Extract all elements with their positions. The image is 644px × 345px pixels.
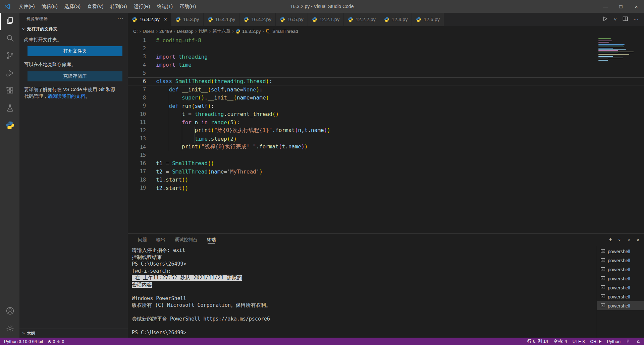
tab-12.6.py[interactable]: 12.6.py — [412, 13, 444, 26]
code-line[interactable]: 7 def __init__(self,name=None): — [128, 85, 644, 94]
editor-more-actions-button[interactable]: ··· — [633, 16, 639, 22]
status-item-3[interactable]: CRLF — [590, 339, 602, 344]
close-panel-icon[interactable]: × — [636, 237, 639, 243]
run-python-file-button[interactable] — [602, 15, 608, 23]
run-dropdown-icon[interactable]: > — [613, 17, 618, 21]
sidebar-more-icon[interactable]: ··· — [117, 16, 124, 22]
terminal-list-item[interactable]: powershell — [597, 301, 644, 310]
tab-16.3.py[interactable]: 16.3.py — [171, 13, 204, 26]
status-item-1[interactable]: 空格: 4 — [553, 338, 567, 344]
tab-16.4.2.py[interactable]: 16.4.2.py — [239, 13, 276, 26]
beaker-icon — [6, 104, 14, 114]
code-line[interactable]: 1# coding=utf-8 — [128, 36, 644, 45]
menu-item-0[interactable]: 文件(F) — [15, 0, 38, 13]
activity-extensions[interactable] — [0, 82, 19, 100]
open-folder-button[interactable]: 打开文件夹 — [28, 46, 122, 56]
terminal-highlighted-text: 会话内容 — [132, 282, 152, 288]
panel-tab-调试控制台[interactable]: 调试控制台 — [175, 233, 198, 246]
breadcrumb-item[interactable]: Users — [143, 29, 154, 34]
menu-item-6[interactable]: 终端(T) — [154, 0, 176, 13]
panel-tab-问题[interactable]: 问题 — [138, 233, 147, 246]
tab-12.2.2.py[interactable]: 12.2.2.py — [344, 13, 380, 26]
tab-12.2.1.py[interactable]: 12.2.1.py — [308, 13, 344, 26]
close-button[interactable]: × — [629, 0, 644, 13]
terminal-dropdown-icon[interactable]: > — [618, 238, 622, 242]
code-line[interactable]: 13 time.sleep(2) — [128, 135, 644, 143]
maximize-button[interactable]: □ — [613, 0, 629, 13]
line-number: 11 — [128, 119, 146, 125]
code-line[interactable]: 16t1 = SmallThread() — [128, 159, 644, 168]
menu-item-1[interactable]: 编辑(E) — [38, 0, 61, 13]
code-line[interactable]: 10 t = threading.current_thread() — [128, 110, 644, 119]
terminal-highlighted-text: 在 上午11:27:52 处从 2021/11/21 还原的 — [132, 275, 242, 281]
code-line[interactable]: 6class SmallThread(threading.Thread): — [128, 77, 644, 86]
line-number: 1 — [128, 37, 146, 43]
activity-search[interactable] — [0, 30, 19, 48]
activity-testing[interactable] — [0, 100, 19, 117]
menu-item-7[interactable]: 帮助(H) — [176, 0, 199, 13]
terminal-list-item[interactable]: powershell — [597, 283, 644, 292]
code-line[interactable]: 4import time — [128, 61, 644, 69]
close-tab-icon[interactable]: × — [164, 16, 167, 22]
tab-16.4.1.py[interactable]: 16.4.1.py — [204, 13, 240, 26]
activity-explorer[interactable] — [0, 13, 19, 30]
breadcrumb-file[interactable]: 16.3.2.py — [242, 29, 261, 34]
code-line[interactable]: 15 — [128, 151, 644, 159]
panel-tab-输出[interactable]: 输出 — [156, 233, 165, 246]
activity-run-debug[interactable] — [0, 65, 19, 82]
code-line[interactable]: 2 — [128, 45, 644, 53]
tab-16.3.2.py[interactable]: 16.3.2.py× — [128, 13, 171, 26]
breadcrumb-item[interactable]: 代码 — [199, 28, 208, 34]
code-line[interactable]: 17t2 = SmallThread(name='MyThread') — [128, 167, 644, 176]
code-line[interactable]: 19t2.start() — [128, 184, 644, 192]
status-item-2[interactable]: UTF-8 — [573, 339, 585, 344]
code-line[interactable]: 11 for n in range(5): — [128, 118, 644, 127]
breadcrumb-item[interactable]: 第十六章 — [212, 28, 230, 34]
read-docs-link[interactable]: 请阅读我们的文档 — [48, 93, 85, 99]
breadcrumb-item[interactable]: Desktop — [177, 29, 194, 34]
code-editor[interactable]: 1# coding=utf-823import threading4import… — [128, 36, 644, 233]
code-line[interactable]: 5 — [128, 69, 644, 77]
activity-settings[interactable] — [0, 320, 19, 338]
code-line[interactable]: 3import threading — [128, 53, 644, 61]
menu-item-4[interactable]: 转到(G) — [107, 0, 130, 13]
menu-item-5[interactable]: 运行(R) — [130, 0, 153, 13]
code-text: super().__init__(name=name) — [156, 94, 269, 101]
code-line[interactable]: 8 super().__init__(name=name) — [128, 94, 644, 102]
terminal-list-item[interactable]: powershell — [597, 256, 644, 265]
activity-source-control[interactable] — [0, 48, 19, 65]
terminal-list-item[interactable]: powershell — [597, 292, 644, 301]
clone-repo-button[interactable]: 克隆存储库 — [28, 71, 122, 81]
editor-tab-bar: 16.3.2.py×16.3.py16.4.1.py16.4.2.py16.5.… — [128, 13, 644, 26]
breadcrumb-item[interactable]: C: — [133, 29, 138, 34]
menu-item-3[interactable]: 查看(V) — [84, 0, 107, 13]
terminal-list-item[interactable]: powershell — [597, 274, 644, 283]
section-no-folder[interactable]: > 无打开的文件夹 — [19, 25, 128, 33]
terminal-list-item[interactable]: powershell — [597, 265, 644, 274]
minimize-button[interactable]: — — [598, 0, 613, 13]
menu-item-2[interactable]: 选择(S) — [61, 0, 84, 13]
status-item-4[interactable]: Python — [607, 339, 621, 344]
activity-accounts[interactable] — [0, 303, 19, 320]
new-terminal-button[interactable]: + — [608, 236, 612, 244]
tab-16.5.py[interactable]: 16.5.py — [276, 13, 308, 26]
problems-item[interactable]: ⊗0 ⚠0 — [48, 339, 64, 344]
maximize-panel-icon[interactable]: > — [627, 238, 631, 242]
code-line[interactable]: 12 print("第{0}次执行线程{1}".format(n,t.name)… — [128, 127, 644, 135]
split-editor-button[interactable] — [622, 15, 629, 23]
section-outline[interactable]: > 大纲 — [19, 329, 128, 338]
code-line[interactable]: 9 def run(self): — [128, 102, 644, 110]
tab-12.4.py[interactable]: 12.4.py — [380, 13, 412, 26]
feedback-icon[interactable] — [626, 339, 631, 344]
python-interpreter-item[interactable]: Python 3.10.0 64-bit — [4, 339, 43, 344]
terminal-list-item[interactable]: powershell — [597, 247, 644, 256]
status-item-0[interactable]: 行 6, 列 14 — [527, 338, 548, 344]
code-line[interactable]: 18t1.start() — [128, 176, 644, 184]
notifications-bell-icon[interactable] — [636, 339, 641, 344]
breadcrumb-symbol[interactable]: SmallThread — [272, 29, 298, 34]
breadcrumb-item[interactable]: 26499 — [159, 29, 172, 34]
activity-python[interactable] — [0, 117, 19, 135]
terminal-output[interactable]: 请输入停止指令: exit控制线程结束PS C:\Users\26499>fwd… — [128, 246, 597, 338]
code-line[interactable]: 14 print("线程{0}执行完成! ".format(t.name)) — [128, 143, 644, 151]
panel-tab-终端[interactable]: 终端 — [207, 233, 216, 246]
